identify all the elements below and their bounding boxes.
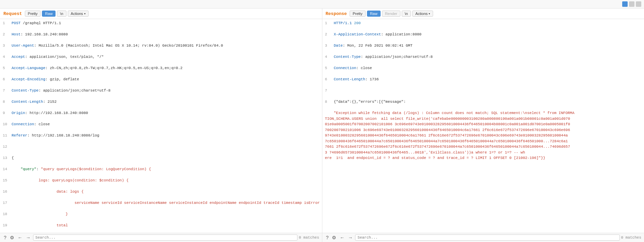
request-actions-chevron-icon: ▾ [84, 12, 86, 15]
response-line-1: 1HTTP/1.1 200 [325, 20, 642, 26]
response-line-5: 5Connection: close [325, 65, 642, 71]
request-prev-match-icon[interactable]: ← [17, 235, 24, 241]
request-line-16: 16 data: logs { [3, 189, 319, 195]
response-prev-match-icon[interactable]: ← [339, 235, 346, 241]
response-next-match-icon[interactable]: → [347, 235, 354, 241]
request-tab-raw[interactable]: Raw [42, 11, 56, 17]
request-line-19: 19 total [3, 223, 319, 228]
window-controls [622, 1, 641, 7]
request-panel: Request Pretty Raw \n Actions ▾ 1POST /g… [0, 9, 322, 242]
request-line-3: 3User-Agent: Mozilla/5.0 (Macintosh; Int… [3, 43, 319, 49]
request-line-6: 6Accept-Encoding: gzip, deflate [3, 77, 319, 82]
request-line-15: 15 logs: queryLogs(condition: $condition… [3, 178, 319, 183]
grid-icon[interactable] [622, 1, 628, 7]
request-line-2: 2Host: 192.168.18.240:8080 [3, 32, 319, 37]
response-settings-icon[interactable]: ⚙ [331, 235, 337, 241]
request-line-11: 11Referer: http://192.168.18.240:8080/lo… [3, 133, 319, 139]
request-line-14: 14 "query": "query queryLogs($condition:… [3, 166, 319, 172]
request-next-match-icon[interactable]: → [25, 235, 32, 241]
close-icon[interactable] [636, 1, 641, 7]
response-search-input[interactable] [355, 235, 619, 241]
request-settings-icon[interactable]: ⚙ [9, 235, 15, 241]
response-header: Response Pretty Raw Render \n Actions ▾ [322, 9, 644, 19]
request-line-17: 17 serviceName serviceId serviceInstance… [3, 200, 319, 206]
response-help-icon[interactable]: ? [325, 235, 330, 241]
response-line-9: "Exception while fetching data (/logs) :… [325, 110, 642, 161]
request-actions-button[interactable]: Actions ▾ [68, 11, 89, 17]
response-match-count: 0 matches [621, 236, 641, 240]
request-line-5: 5Accept-Language: zh-CN,zh;q=0.8,zh-TW;q… [3, 65, 319, 71]
response-content[interactable]: 1HTTP/1.1 200 2X-Application-Context: ap… [322, 19, 644, 233]
response-line-2: 2X-Application-Context: application:8080 [325, 32, 642, 37]
response-line-3: 3Date: Mon, 22 Feb 2021 00:02:41 GMT [325, 43, 642, 49]
request-line-8: 8Content-Length: 2152 [3, 99, 319, 105]
request-line-13: 13{ [3, 155, 319, 161]
response-actions-button[interactable]: Actions ▾ [412, 11, 433, 17]
request-content[interactable]: 1POST /graphql HTTP/1.1 2Host: 192.168.1… [0, 19, 322, 233]
request-footer: ? ⚙ ← → 0 matches [0, 233, 322, 242]
response-tab-raw[interactable]: Raw [367, 11, 381, 17]
response-panel: Response Pretty Raw Render \n Actions ▾ … [322, 9, 644, 242]
response-tab-pretty[interactable]: Pretty [350, 11, 366, 17]
response-line-4: 4Content-Type: application/json;charset=… [325, 54, 642, 60]
request-actions-label: Actions [71, 12, 83, 16]
response-line-8: 8{"data":{},"errors":[{"message": [325, 99, 642, 105]
response-line-7: 7 [325, 88, 642, 94]
request-match-count: 0 matches [299, 236, 319, 240]
response-line-6: 6Content-Length: 1736 [325, 77, 642, 82]
minus-icon[interactable] [629, 1, 634, 7]
request-line-4: 4Accept: application/json, text/plain, *… [3, 54, 319, 60]
top-bar [0, 0, 644, 9]
request-tab-newline[interactable]: \n [57, 11, 66, 17]
request-line-1: 1POST /graphql HTTP/1.1 [3, 20, 319, 26]
request-title: Request [3, 11, 22, 16]
response-footer: ? ⚙ ← → 0 matches [322, 233, 644, 242]
response-tab-render[interactable]: Render [382, 11, 400, 17]
request-line-18: 18 } [3, 211, 319, 217]
panels-container: Request Pretty Raw \n Actions ▾ 1POST /g… [0, 9, 644, 242]
response-tab-newline[interactable]: \n [402, 11, 411, 17]
request-line-10: 10Connection: close [3, 122, 319, 127]
response-actions-chevron-icon: ▾ [429, 12, 430, 15]
request-help-icon[interactable]: ? [3, 235, 7, 241]
request-line-9: 9Origin: http://192.168.18.240:8080 [3, 110, 319, 116]
response-actions-label: Actions [415, 12, 428, 16]
request-tab-pretty[interactable]: Pretty [25, 11, 41, 17]
response-title: Response [326, 11, 347, 16]
request-line-7: 7Content-Type: application/json;charset=… [3, 88, 319, 94]
request-search-input[interactable] [33, 235, 297, 241]
request-line-12: 12 [3, 144, 319, 150]
request-header: Request Pretty Raw \n Actions ▾ [0, 9, 322, 19]
